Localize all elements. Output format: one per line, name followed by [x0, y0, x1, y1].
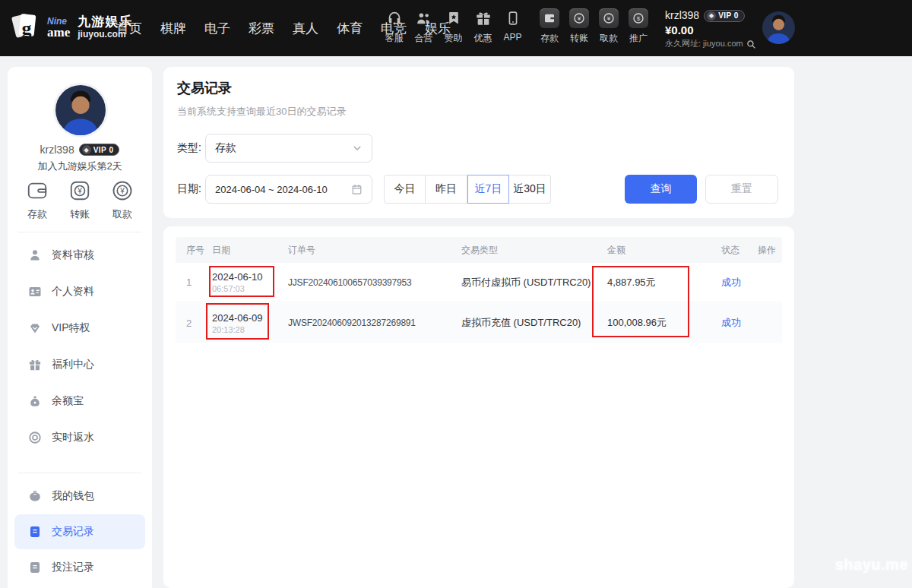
- sidebar-item-label: 实时返水: [52, 431, 94, 444]
- id-card-icon: [28, 285, 42, 299]
- promo-link[interactable]: 优惠: [473, 8, 493, 45]
- search-icon[interactable]: [746, 40, 756, 49]
- app-label: APP: [503, 32, 521, 43]
- vip-badge: ◆ VIP 0: [704, 10, 745, 23]
- table-row[interactable]: 2 2024-06-09 20:13:28 JWSF20240609201328…: [176, 303, 782, 343]
- sidebar-item-welfare[interactable]: 福利中心: [8, 346, 152, 383]
- date-label: 日期:: [177, 182, 201, 196]
- sidebar-item-transactions[interactable]: 交易记录: [14, 514, 145, 549]
- app-link[interactable]: APP: [502, 8, 523, 45]
- sidebar-item-label: 投注记录: [52, 561, 94, 574]
- row-amount: 4,887.95元: [601, 276, 715, 289]
- partnership-link[interactable]: 合营: [413, 8, 434, 45]
- sidebar-item-bets[interactable]: 投注记录: [8, 549, 152, 586]
- quick-transfer-label: 转账: [70, 207, 90, 221]
- table-row[interactable]: 1 2024-06-10 06:57:03 JJSF20240610065703…: [176, 263, 782, 302]
- type-select-value: 存款: [215, 141, 352, 155]
- col-amount: 金额: [601, 244, 715, 257]
- headset-icon: [386, 8, 403, 28]
- topbar-user-info: krzl398 ◆ VIP 0 ¥0.00 永久网址: jiuyou.com: [665, 9, 756, 49]
- sidebar-item-my-wallet[interactable]: 我的钱包: [8, 478, 152, 514]
- sidebar-item-vip[interactable]: VIP特权: [8, 310, 152, 346]
- sidebar-menu-group-2: 我的钱包 交易记录 投注记录: [8, 478, 152, 586]
- service-label: 客服: [385, 32, 404, 45]
- sponsor-label: 赞助: [445, 32, 463, 45]
- sponsor-link[interactable]: 赞助: [443, 8, 464, 45]
- sidebar-item-yuebao[interactable]: 余额宝: [8, 383, 152, 419]
- transfer-label: 转账: [570, 32, 588, 45]
- brand-ame: ame: [47, 26, 70, 39]
- row-date: 2024-06-10 06:57:03: [206, 271, 282, 293]
- type-label: 类型:: [177, 141, 201, 155]
- nav-chess[interactable]: 棋牌: [160, 20, 186, 37]
- quick-deposit[interactable]: 存款: [26, 179, 49, 221]
- chevron-down-icon: [352, 143, 363, 153]
- sidebar-quick-actions: 存款 ¥ 转账 ¥ 取款: [8, 179, 152, 221]
- deposit-label: 存款: [540, 32, 559, 45]
- profile-avatar[interactable]: [55, 85, 106, 135]
- profile-vip-level: VIP 0: [93, 146, 114, 154]
- nav-home[interactable]: 首页: [116, 20, 142, 37]
- withdraw-label: 取款: [600, 32, 618, 45]
- date-range-input[interactable]: 2024-06-04 ~ 2024-06-10: [205, 175, 372, 204]
- nav-slots[interactable]: 电子: [204, 20, 230, 37]
- topbar-avatar[interactable]: [762, 11, 795, 44]
- filter-card: 交易记录 当前系统支持查询最近30日的交易记录 类型: 存款 日期: 2024-…: [163, 67, 794, 218]
- nav-sports[interactable]: 体育: [337, 20, 363, 37]
- deposit-wallet-icon: [26, 179, 49, 202]
- gift-icon: [475, 8, 492, 28]
- service-link[interactable]: 客服: [384, 8, 404, 45]
- sidebar-divider: [18, 473, 141, 473]
- promo-label: 优惠: [474, 32, 492, 45]
- nav-live[interactable]: 真人: [293, 20, 318, 37]
- deposit-link[interactable]: 存款: [540, 8, 559, 45]
- range-30days-button[interactable]: 近30日: [509, 175, 551, 204]
- query-button[interactable]: 查询: [625, 175, 697, 204]
- range-7days-button[interactable]: 近7日: [467, 175, 509, 204]
- transfer-link[interactable]: ¥ 转账: [569, 8, 589, 45]
- profile-vip-badge: ◆ VIP 0: [79, 144, 120, 156]
- quick-deposit-label: 存款: [27, 207, 47, 221]
- sidebar-item-label: 福利中心: [52, 358, 94, 371]
- sidebar-item-audit[interactable]: 资料审核: [8, 237, 152, 273]
- cards-logo-icon: g: [9, 10, 44, 45]
- watermark: shayu.me: [835, 556, 908, 574]
- brand-logo[interactable]: g Nine ame 九游娱乐 jiuyou.com: [9, 10, 132, 45]
- range-yesterday-button[interactable]: 昨日: [426, 175, 467, 204]
- brand-wordmark: Nine ame: [47, 17, 70, 39]
- quick-withdraw[interactable]: ¥ 取款: [111, 179, 134, 221]
- topbar: g Nine ame 九游娱乐 jiuyou.com 首页 棋牌 电子 彩票 真…: [0, 0, 912, 56]
- svg-text:$: $: [637, 15, 641, 22]
- nav-lottery[interactable]: 彩票: [249, 20, 274, 37]
- sidebar-item-label: 余额宝: [52, 394, 84, 408]
- sidebar-item-rebate[interactable]: 实时返水: [8, 419, 152, 456]
- coin-icon: ¥: [569, 8, 589, 28]
- sponsor-bookmark-icon: [446, 8, 461, 28]
- col-date: 日期: [206, 244, 282, 257]
- svg-text:¥: ¥: [606, 15, 611, 22]
- calendar-icon: [351, 184, 363, 195]
- svg-text:¥: ¥: [77, 187, 82, 195]
- promote-label: 推广: [629, 32, 648, 45]
- partners-icon: [416, 8, 432, 28]
- reset-button[interactable]: 重置: [705, 175, 778, 204]
- quick-transfer[interactable]: ¥ 转账: [68, 179, 91, 221]
- balance: ¥0.00: [665, 24, 756, 38]
- sidebar-item-label: 资料审核: [52, 248, 94, 262]
- withdraw-link[interactable]: ¥ 取款: [599, 8, 619, 45]
- range-today-button[interactable]: 今日: [384, 175, 426, 204]
- type-select[interactable]: 存款: [205, 134, 372, 163]
- row-status: 成功: [715, 316, 752, 330]
- vip-diamond-icon: ◆: [82, 145, 91, 154]
- username: krzl398: [665, 9, 699, 23]
- promote-link[interactable]: $ 推广: [629, 8, 648, 45]
- person-icon: [28, 248, 42, 262]
- joined-days: 加入九游娱乐第2天: [8, 160, 152, 173]
- topbar-quick-links: 客服 合营 赞助 优惠 APP: [384, 8, 523, 45]
- sidebar-menu-group-1: 资料审核 个人资料 VIP特权 福利中心 余额宝 实时返水: [8, 237, 152, 456]
- sidebar-divider: [18, 232, 141, 232]
- row-date: 2024-06-09 20:13:28: [206, 312, 282, 334]
- sidebar-item-profile[interactable]: 个人资料: [8, 273, 152, 310]
- row-date-value: 2024-06-10: [212, 271, 282, 283]
- col-no: 序号: [176, 244, 206, 257]
